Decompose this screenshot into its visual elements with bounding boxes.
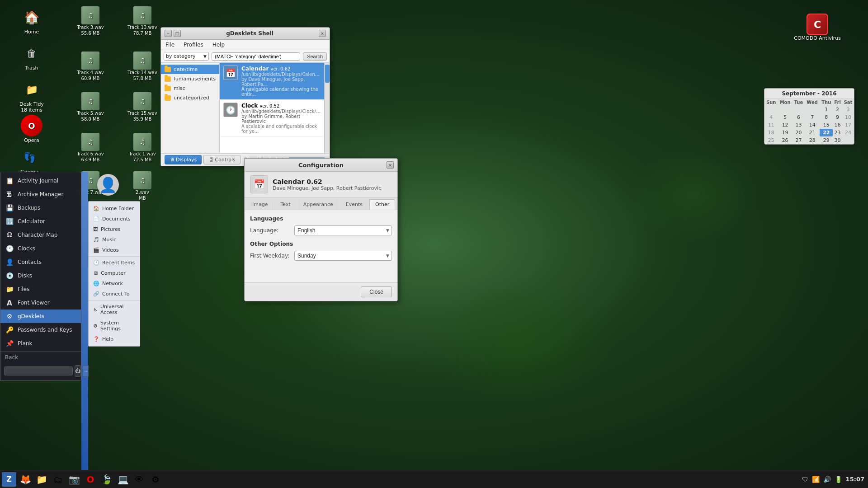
config-tab-appearance[interactable]: Appearance <box>297 199 339 210</box>
menu-item-gdesklets[interactable]: ⚙ gDesklets <box>0 310 81 323</box>
taskbar-config-icon[interactable]: ⚙ <box>148 472 163 487</box>
cat-uncategorized[interactable]: uncategorized <box>161 93 219 103</box>
category-dropdown[interactable]: by category ▼ <box>164 52 209 61</box>
desktop-icon-home[interactable]: 🏠 Home <box>14 5 50 37</box>
config-app-icon: 📅 <box>250 175 268 193</box>
cat-misc[interactable]: misc <box>161 84 219 93</box>
file-panel-universal-access[interactable]: ♿ Universal Access <box>89 301 140 318</box>
desktop-file-track15[interactable]: ♫ Track 15.wav35.9 MB <box>122 90 163 124</box>
file-panel: 🏠 Home Folder 📄 Documents 🖼 Pictures 🎵 M… <box>88 201 140 347</box>
taskbar-terminal-icon[interactable]: 💻 <box>116 472 130 487</box>
file-panel-pictures[interactable]: 🖼 Pictures <box>89 224 140 235</box>
file-panel-divider-1 <box>89 256 140 257</box>
menu-file[interactable]: File <box>164 41 176 49</box>
taskbar-left: Z 🦊 📁 🗂 📷 O 🍃 💻 👁 <box>0 472 163 487</box>
menu-item-activity-journal[interactable]: 📋 Activity Journal <box>0 174 81 188</box>
file-panel-connect-to[interactable]: 🔗 Connect To <box>89 289 140 299</box>
maximize-button[interactable]: □ <box>174 30 181 37</box>
menu-back-button[interactable]: Back <box>0 351 81 363</box>
menu-item-disks[interactable]: 💿 Disks <box>0 269 81 282</box>
cat-date-time[interactable]: date/time <box>161 65 219 74</box>
scrollbar[interactable] <box>324 63 330 153</box>
gdesklets-title: gDesklets Shell <box>181 30 319 37</box>
tab-controls[interactable]: 🎛 Controls <box>203 155 241 164</box>
taskbar-camera-icon[interactable]: 📷 <box>67 472 81 487</box>
file-panel-help[interactable]: ❓ Help <box>89 334 140 344</box>
menu-item-clocks[interactable]: 🕐 Clocks <box>0 242 81 255</box>
desktop-file-track1[interactable]: ♫ Track 1.wav72.5 MB <box>122 131 163 164</box>
desktop-file-track6[interactable]: ♫ Track 6.wav63.9 MB <box>70 131 111 164</box>
menu-item-calculator[interactable]: 🔢 Calculator <box>0 215 81 228</box>
close-button[interactable]: × <box>319 30 326 37</box>
menu-profiles[interactable]: Profiles <box>182 41 205 49</box>
desktop-file-track5[interactable]: ♫ Track 5.wav58.0 MB <box>70 90 111 124</box>
desktop-file-track3[interactable]: ♫ Track 3.wav55.6 MB <box>70 5 111 38</box>
tab-displays[interactable]: 🖥 Displays <box>165 155 202 164</box>
config-close-x-button[interactable]: × <box>387 161 394 169</box>
search-input[interactable] <box>212 52 300 61</box>
recent-items-icon: 🕐 <box>93 260 99 266</box>
file-panel-recent-items[interactable]: 🕐 Recent Items <box>89 258 140 268</box>
config-tab-text[interactable]: Text <box>274 199 296 210</box>
file-panel-documents[interactable]: 📄 Documents <box>89 214 140 224</box>
taskbar-viewer-icon[interactable]: 👁 <box>132 472 146 487</box>
search-button[interactable]: Search <box>303 52 327 61</box>
menu-item-backups[interactable]: 💾 Backups <box>0 201 81 215</box>
desktop-icon-desk-tidy[interactable]: 📁 Desk Tidy18 items <box>14 77 50 115</box>
home-folder-icon: 🏠 <box>93 206 99 211</box>
taskbar-battery-icon: 🔋 <box>835 476 842 483</box>
menu-item-archive-manager[interactable]: 🗜 Archive Manager <box>0 188 81 201</box>
file-panel-videos[interactable]: 🎬 Videos <box>89 245 140 255</box>
config-tab-image[interactable]: Image <box>246 199 274 210</box>
comodo-antivirus-icon[interactable]: C COMODO Antivirus <box>794 14 841 41</box>
menu-item-font-viewer[interactable]: A Font Viewer <box>0 296 81 310</box>
computer-icon: 🖥 <box>93 270 98 276</box>
config-tab-other[interactable]: Other <box>369 199 395 210</box>
menu-item-plank[interactable]: 📌 Plank <box>0 337 81 350</box>
file-panel-music[interactable]: 🎵 Music <box>89 235 140 245</box>
menu-search-input[interactable] <box>4 366 73 375</box>
desktop-file-track13[interactable]: ♫ Track 13.wav78.7 MB <box>122 5 163 38</box>
taskbar-files-icon[interactable]: 📁 <box>34 472 49 487</box>
gdesklets-icon: ⚙ <box>5 312 14 321</box>
desklet-calendar[interactable]: 📅 Calendar ver. 0.62 /usr/lib/gdesklets/… <box>220 63 324 100</box>
menu-help[interactable]: Help <box>211 41 226 49</box>
app-menu: 📋 Activity Journal 🗜 Archive Manager 💾 B… <box>0 172 81 381</box>
taskbar-opera-icon[interactable]: O <box>83 472 98 487</box>
first-weekday-select[interactable]: Sunday Monday Tuesday Wednesday Thursday… <box>294 251 392 261</box>
menu-power-button[interactable]: ⏻ <box>75 365 81 377</box>
config-close-button[interactable]: Close <box>361 286 392 297</box>
menu-logout-button[interactable]: → <box>83 365 89 377</box>
file-panel-system-settings[interactable]: ⚙ System Settings <box>89 318 140 334</box>
minimize-button[interactable]: ─ <box>165 30 172 37</box>
taskbar-folder-icon[interactable]: 🗂 <box>51 472 65 487</box>
desktop-file-track4[interactable]: ♫ Track 4.wav60.9 MB <box>70 50 111 83</box>
menu-item-passwords-and-keys[interactable]: 🔑 Passwords and Keys <box>0 323 81 337</box>
taskbar-leaf-icon[interactable]: 🍃 <box>99 472 114 487</box>
language-select[interactable]: English French German Spanish <box>294 225 392 235</box>
desktop-icon-opera[interactable]: O Opera <box>14 113 50 145</box>
desktop-file-track14[interactable]: ♫ Track 14.wav57.8 MB <box>122 50 163 83</box>
menu-item-files[interactable]: 📁 Files <box>0 282 81 296</box>
menu-item-contacts[interactable]: 👤 Contacts <box>0 255 81 269</box>
file-panel-computer[interactable]: 🖥 Computer <box>89 268 140 278</box>
desktop-file-track2[interactable]: ♫ 2.wavMB <box>122 169 163 203</box>
desktop-icon-trash[interactable]: 🗑 Trash <box>14 41 50 73</box>
config-tab-events[interactable]: Events <box>340 199 368 210</box>
cat-fun-amusements[interactable]: fun/amusements <box>161 74 219 84</box>
menu-item-character-map[interactable]: Ω Character Map <box>0 228 81 242</box>
desklet-clock[interactable]: 🕐 Clock ver. 0.52 /usr/lib/gdesklets/Dis… <box>220 100 324 137</box>
taskbar-firefox-icon[interactable]: 🦊 <box>18 472 33 487</box>
connect-to-icon: 🔗 <box>93 291 99 297</box>
taskbar-z-icon[interactable]: Z <box>2 472 16 487</box>
config-body: Languages Language: English French Germa… <box>245 210 397 282</box>
config-titlebar: Configuration × <box>245 159 397 172</box>
clock-desklet-icon: 🕐 <box>223 103 238 117</box>
file-panel-home-folder[interactable]: 🏠 Home Folder <box>89 203 140 214</box>
language-label: Language: <box>250 227 291 234</box>
comodo-label: COMODO Antivirus <box>794 35 841 41</box>
file-panel-network[interactable]: 🌐 Network <box>89 278 140 289</box>
scroll-thumb <box>325 65 330 83</box>
file-panel-divider-2 <box>89 300 140 300</box>
universal-access-icon: ♿ <box>93 307 98 313</box>
